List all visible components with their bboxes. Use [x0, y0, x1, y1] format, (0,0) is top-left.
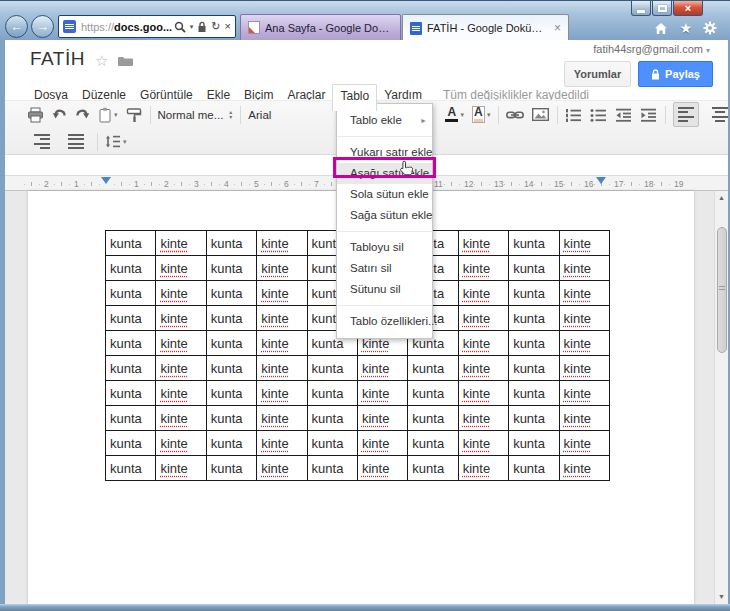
table-cell[interactable]: kinte — [156, 256, 206, 281]
insert-link-button[interactable] — [506, 110, 524, 120]
table-cell[interactable]: kinte — [156, 406, 206, 431]
table-cell[interactable]: kinte — [257, 231, 307, 256]
table-cell[interactable]: kinte — [357, 431, 407, 456]
table-cell[interactable]: kunta — [307, 381, 357, 406]
table-menu-item-tablo-özellikleri-[interactable]: Tablo özellikleri... — [337, 311, 432, 332]
table-cell[interactable]: kunta — [206, 281, 256, 306]
favorites-star-icon[interactable]: ★ — [679, 21, 692, 35]
table-cell[interactable]: kunta — [509, 381, 559, 406]
bullet-list-button[interactable] — [590, 108, 607, 122]
tab-ana-sayfa[interactable]: Ana Sayfa - Google Dokümanlar — [240, 14, 401, 41]
table-cell[interactable]: kunta — [206, 456, 256, 481]
table-cell[interactable]: kinte — [458, 331, 508, 356]
align-right-button[interactable] — [29, 129, 55, 155]
table-cell[interactable]: kinte — [257, 281, 307, 306]
line-spacing-button[interactable]: ▾ — [105, 135, 127, 148]
account-menu[interactable]: fatih44srg@gmail.com ▾ — [593, 43, 710, 55]
tab-fatih[interactable]: FATİH - Google Dokümanlar × — [402, 14, 569, 41]
table-cell[interactable]: kunta — [509, 231, 559, 256]
table-cell[interactable]: kunta — [106, 356, 156, 381]
table-cell[interactable]: kinte — [559, 406, 609, 431]
table-cell[interactable]: kinte — [458, 456, 508, 481]
table-cell[interactable]: kinte — [156, 281, 206, 306]
table-cell[interactable]: kunta — [106, 306, 156, 331]
table-cell[interactable]: kunta — [408, 356, 458, 381]
gear-icon[interactable] — [703, 21, 717, 35]
comments-button[interactable]: Yorumlar — [564, 61, 631, 87]
table-cell[interactable]: kunta — [206, 356, 256, 381]
table-cell[interactable]: kinte — [357, 406, 407, 431]
paint-format-button[interactable] — [126, 107, 142, 123]
table-cell[interactable]: kunta — [509, 431, 559, 456]
document-title[interactable]: FATİH — [30, 48, 85, 70]
table-cell[interactable]: kunta — [206, 381, 256, 406]
scroll-down-icon[interactable]: ▼ — [718, 593, 725, 600]
table-cell[interactable]: kunta — [307, 406, 357, 431]
table-cell[interactable]: kinte — [458, 406, 508, 431]
table-cell[interactable]: kunta — [106, 256, 156, 281]
table-cell[interactable]: kinte — [357, 456, 407, 481]
table-cell[interactable]: kinte — [257, 331, 307, 356]
refresh-button[interactable]: ↻ — [211, 21, 220, 32]
table-cell[interactable]: kunta — [509, 306, 559, 331]
table-cell[interactable]: kinte — [257, 456, 307, 481]
table-cell[interactable]: kunta — [509, 281, 559, 306]
table-cell[interactable]: kunta — [106, 431, 156, 456]
align-left-button[interactable] — [673, 102, 699, 128]
table-cell[interactable]: kinte — [559, 306, 609, 331]
table-cell[interactable]: kinte — [257, 256, 307, 281]
home-icon[interactable] — [654, 22, 668, 35]
table-menu-item-aşağı-satır-ekle[interactable]: Aşağı satır ekle — [337, 163, 432, 184]
font-dropdown[interactable]: Arial — [248, 109, 271, 121]
table-cell[interactable]: kunta — [509, 456, 559, 481]
decrease-indent-button[interactable] — [615, 108, 632, 122]
table-cell[interactable]: kunta — [106, 456, 156, 481]
table-cell[interactable]: kinte — [156, 456, 206, 481]
star-document-icon[interactable]: ☆ — [95, 52, 108, 70]
table-cell[interactable]: kinte — [559, 231, 609, 256]
table-cell[interactable]: kunta — [509, 331, 559, 356]
table-cell[interactable]: kinte — [458, 281, 508, 306]
table-cell[interactable]: kunta — [106, 406, 156, 431]
table-cell[interactable]: kinte — [458, 431, 508, 456]
table-cell[interactable]: kunta — [509, 406, 559, 431]
table-menu-item-sütunu-sil[interactable]: Sütunu sil — [337, 279, 432, 300]
table-cell[interactable]: kunta — [408, 381, 458, 406]
table-cell[interactable]: kinte — [156, 431, 206, 456]
table-cell[interactable]: kinte — [458, 231, 508, 256]
scrollbar-thumb[interactable] — [717, 227, 727, 353]
table-cell[interactable]: kinte — [559, 456, 609, 481]
table-cell[interactable]: kunta — [307, 431, 357, 456]
table-cell[interactable]: kinte — [357, 381, 407, 406]
align-center-button[interactable] — [707, 102, 730, 128]
table-cell[interactable]: kunta — [106, 231, 156, 256]
table-cell[interactable]: kinte — [257, 306, 307, 331]
table-menu-item-yukarı-satır-ekle[interactable]: Yukarı satır ekle — [337, 142, 432, 163]
search-icon[interactable] — [174, 21, 186, 33]
table-cell[interactable]: kunta — [206, 256, 256, 281]
table-cell[interactable]: kinte — [156, 356, 206, 381]
styles-dropdown[interactable]: Normal me...▴▾ — [158, 109, 233, 121]
table-cell[interactable]: kinte — [559, 281, 609, 306]
table-cell[interactable]: kinte — [257, 356, 307, 381]
table-cell[interactable]: kinte — [257, 406, 307, 431]
paste-button[interactable]: ▾ — [98, 107, 118, 123]
table-cell[interactable]: kinte — [559, 356, 609, 381]
table-cell[interactable]: kunta — [408, 406, 458, 431]
undo-button[interactable] — [52, 108, 67, 121]
numbered-list-button[interactable] — [565, 108, 582, 122]
table-cell[interactable]: kinte — [458, 256, 508, 281]
tab-close-icon[interactable]: × — [554, 21, 561, 35]
table-cell[interactable]: kinte — [458, 381, 508, 406]
table-cell[interactable]: kinte — [156, 231, 206, 256]
table-cell[interactable]: kunta — [307, 456, 357, 481]
table-cell[interactable]: kunta — [106, 281, 156, 306]
table-cell[interactable]: kinte — [156, 381, 206, 406]
text-color-button[interactable]: A▾ — [445, 107, 464, 122]
table-menu-item-sola-sütun-ekle[interactable]: Sola sütun ekle — [337, 184, 432, 205]
table-cell[interactable]: kunta — [206, 431, 256, 456]
highlight-color-button[interactable]: A▾ — [472, 106, 491, 123]
redo-button[interactable] — [75, 108, 90, 121]
table-menu-item-tablo-ekle[interactable]: Tablo ekle► — [337, 110, 432, 131]
folder-icon[interactable] — [117, 55, 134, 67]
